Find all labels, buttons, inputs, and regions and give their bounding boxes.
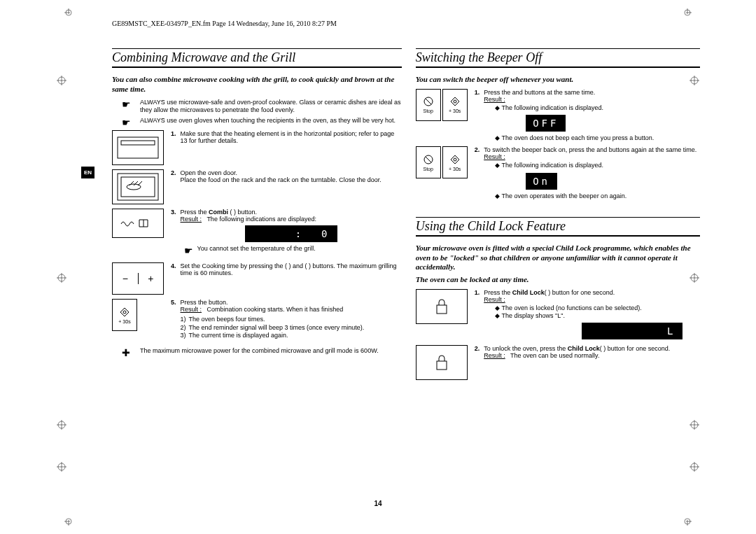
step-number: 4. [171,262,176,269]
registration-mark-icon [57,76,66,85]
display-readout: OFF [526,115,566,132]
rule [416,66,700,68]
display-readout: : 0 [245,225,337,242]
svg-marker-22 [451,155,459,164]
crop-mark-icon [64,517,73,526]
step-text: To switch the beeper back on, press the … [484,146,700,200]
step-number: 5. [171,299,176,306]
step-number: 2. [475,345,480,352]
registration-mark-icon [690,462,699,472]
step-number: 1. [171,130,176,137]
header-path: GE89MSTC_XEE-03497P_EN.fm Page 14 Wednes… [112,20,700,27]
svg-point-17 [123,311,126,314]
intro-text: The oven can be locked at any time. [416,275,700,285]
svg-rect-25 [437,361,447,370]
bullet-text: ALWAYS use oven gloves when touching the… [140,117,402,125]
lock-button-icon [416,345,468,380]
registration-mark-icon [690,76,699,85]
display-readout: L [582,323,682,339]
step-number: 1. [475,89,480,96]
language-tab: EN [81,167,94,178]
registration-mark-icon [690,273,699,283]
intro-text: You can switch the beeper off whenever y… [416,75,700,85]
step-number: 3. [171,209,176,216]
svg-rect-13 [121,141,155,145]
step-text: Press the button. Result : Combination c… [181,299,402,340]
oven-heater-icon [112,130,164,165]
oven-open-icon [112,169,164,204]
svg-point-20 [454,100,456,103]
crop-mark-icon [683,517,692,526]
section-title-childlock: Using the Child Lock Feature [416,219,700,234]
rule [416,217,700,218]
lock-button-icon [416,289,468,324]
start-plus30-button-icon: + 30s [442,146,468,178]
step-number: 1. [475,289,480,296]
rule [416,235,700,237]
rule [112,48,402,49]
pointer-right-icon: ☛ [112,117,140,127]
pointer-right-icon: ☛ [181,245,197,255]
step-number: 2. [171,169,176,176]
rule [416,48,700,49]
bullet-text: ALWAYS use microwave-safe and oven-proof… [140,99,402,115]
step-text: To unlock the oven, press the Child Lock… [484,345,700,359]
step-text: Press the and buttons at the same time. … [484,89,700,143]
crop-mark-icon [683,8,692,17]
section-title-combi: Combining Microwave and the Grill [112,50,402,65]
registration-mark-icon [690,420,699,430]
stop-button-icon: Stop [416,89,441,121]
page-number: 14 [0,500,756,507]
step-text: Press the Child Lock( ) button for one s… [484,289,700,342]
svg-marker-19 [451,97,459,106]
note-text: The maximum microwave power for the comb… [140,347,402,355]
crop-mark-icon [64,8,73,17]
plus-note-icon: ✚ [112,347,140,358]
intro-text: Your microwave oven is fitted with a spe… [416,244,700,272]
svg-rect-14 [118,174,158,200]
start-plus30-button-icon: + 30s [442,89,468,121]
svg-rect-15 [121,177,155,197]
start-plus30-button-icon: + 30s [112,299,137,331]
svg-point-23 [454,158,456,161]
svg-marker-16 [120,308,129,316]
combi-button-icon [112,209,164,238]
step-text: Press the Combi ( ) button. Result : The… [181,209,402,258]
minus-plus-buttons-icon: −+ [112,262,164,295]
svg-rect-24 [437,305,447,314]
registration-mark-icon [57,273,66,283]
step-text: Open the oven door. Place the food on th… [181,169,402,183]
rule [112,66,402,68]
intro-text: You can also combine microwave cooking w… [112,75,402,94]
pointer-right-icon: ☛ [112,99,140,109]
section-title-beeper: Switching the Beeper Off [416,50,700,65]
step-number: 2. [475,146,480,153]
step-text: Set the Cooking time by pressing the ( )… [181,262,402,276]
registration-mark-icon [57,420,66,430]
stop-button-icon: Stop [416,146,441,178]
step-text: Make sure that the heating element is in… [181,130,402,144]
display-readout: On [526,173,557,190]
registration-mark-icon [57,462,66,472]
